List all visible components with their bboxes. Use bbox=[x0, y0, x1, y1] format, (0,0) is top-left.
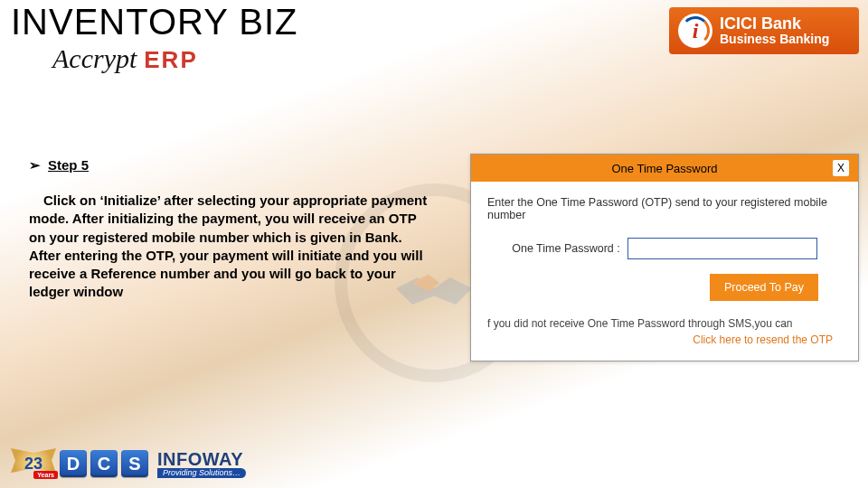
otp-prompt-text: Enter the One Time Password (OTP) send t… bbox=[487, 196, 845, 221]
infoway-logo: INFOWAY Providing Solutions… bbox=[157, 450, 246, 478]
anniversary-label: Years bbox=[33, 471, 58, 479]
step-heading: Step 5 bbox=[29, 157, 89, 174]
product-brand: Accrypt ERP bbox=[52, 43, 198, 74]
brand-suffix: ERP bbox=[144, 46, 197, 74]
footer-logos: 23 Years D C S INFOWAY Providing Solutio… bbox=[11, 448, 246, 479]
otp-dialog-title: One Time Password bbox=[471, 162, 858, 175]
infoway-name: INFOWAY bbox=[157, 450, 246, 468]
dcs-tile-c: C bbox=[90, 450, 118, 477]
otp-field-label: One Time Password : bbox=[512, 242, 620, 255]
otp-dialog-header: One Time Password X bbox=[471, 155, 858, 182]
bank-subtitle: Business Banking bbox=[720, 33, 829, 46]
otp-input[interactable] bbox=[627, 238, 817, 259]
bank-name: ICICI Bank bbox=[720, 15, 829, 33]
bank-logo: i ICICI Bank Business Banking bbox=[669, 7, 859, 54]
step-body-text: Click on ‘Initialize’ after selecting yo… bbox=[29, 192, 436, 302]
infoway-tagline: Providing Solutions… bbox=[157, 468, 246, 478]
resend-otp-link[interactable]: Click here to resend the OTP bbox=[484, 333, 833, 346]
otp-dialog: One Time Password X Enter the One Time P… bbox=[470, 154, 859, 361]
close-button[interactable]: X bbox=[833, 160, 849, 176]
page-title: INVENTORY BIZ bbox=[11, 2, 298, 42]
brand-primary: Accrypt bbox=[52, 43, 137, 74]
bank-badge-icon: i bbox=[678, 14, 712, 48]
resend-pretext: f you did not receive One Time Password … bbox=[487, 317, 842, 330]
dcs-tile-s: S bbox=[121, 450, 148, 477]
dcs-tile-d: D bbox=[60, 450, 87, 477]
anniversary-badge: 23 Years bbox=[11, 448, 56, 479]
proceed-to-pay-button[interactable]: Proceed To Pay bbox=[710, 274, 818, 301]
bank-badge-letter: i bbox=[693, 19, 699, 43]
